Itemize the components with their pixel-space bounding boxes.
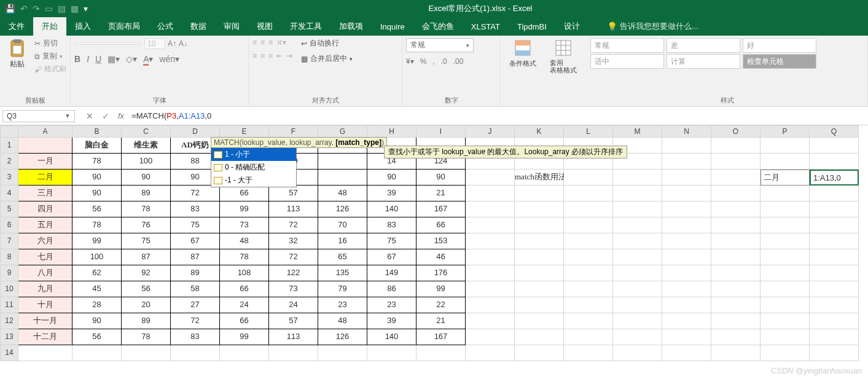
col-P[interactable]: P xyxy=(760,125,810,138)
cell[interactable]: 72 xyxy=(269,249,318,265)
cell[interactable] xyxy=(466,265,515,281)
tab-formula[interactable]: 公式 xyxy=(149,17,182,36)
option-neg1[interactable]: -1 - 大于 xyxy=(211,174,296,187)
cell[interactable]: 67 xyxy=(171,233,220,249)
cell[interactable] xyxy=(810,345,859,361)
align-top-icon[interactable]: ≡ xyxy=(252,38,257,47)
row-header[interactable]: 7 xyxy=(0,233,18,249)
row-header[interactable]: 5 xyxy=(0,201,18,217)
cell[interactable] xyxy=(367,345,416,361)
cell[interactable] xyxy=(810,281,859,297)
tab-xlstat[interactable]: XLSTAT xyxy=(463,17,509,36)
cell[interactable]: 二月 xyxy=(760,170,810,186)
cell[interactable] xyxy=(711,170,760,186)
cell[interactable] xyxy=(662,297,711,313)
cell[interactable] xyxy=(810,265,859,281)
cell[interactable] xyxy=(810,313,859,329)
cell[interactable] xyxy=(122,345,171,361)
cell[interactable]: 86 xyxy=(367,281,416,297)
cell[interactable] xyxy=(662,281,711,297)
fill-color-icon[interactable]: ◇▾ xyxy=(126,54,137,64)
cell[interactable] xyxy=(810,186,859,201)
cell[interactable] xyxy=(662,329,711,345)
cell[interactable] xyxy=(613,281,662,297)
cell[interactable]: 57 xyxy=(269,186,318,201)
cell[interactable]: 66 xyxy=(220,313,269,329)
cell[interactable] xyxy=(515,249,564,265)
cell[interactable] xyxy=(810,249,859,265)
name-box[interactable]: Q3▼ xyxy=(2,110,75,122)
tab-dev[interactable]: 开发工具 xyxy=(281,17,330,36)
cell[interactable] xyxy=(662,186,711,201)
style-calc[interactable]: 计算 xyxy=(667,54,740,69)
row-header[interactable]: 3 xyxy=(0,170,18,186)
cell[interactable] xyxy=(564,186,613,201)
cell[interactable] xyxy=(220,345,269,361)
cell[interactable] xyxy=(810,297,859,313)
cell[interactable] xyxy=(662,154,711,170)
cell[interactable] xyxy=(711,265,760,281)
cell[interactable] xyxy=(564,281,613,297)
cell[interactable] xyxy=(18,138,72,154)
cell[interactable]: 100 xyxy=(72,249,122,265)
cell[interactable]: 90 xyxy=(416,170,466,186)
cell[interactable] xyxy=(760,138,810,154)
cell[interactable]: 48 xyxy=(318,313,367,329)
row-header[interactable]: 6 xyxy=(0,217,18,233)
copy-button[interactable]: ⧉复制▾ xyxy=(34,51,66,61)
cell[interactable]: 脑白金 xyxy=(72,138,122,154)
col-M[interactable]: M xyxy=(613,125,662,138)
cell[interactable] xyxy=(662,265,711,281)
cell[interactable] xyxy=(564,201,613,217)
cell[interactable]: 28 xyxy=(72,297,122,313)
cell[interactable]: 66 xyxy=(220,281,269,297)
cell[interactable]: 73 xyxy=(269,281,318,297)
tab-design[interactable]: 设计 xyxy=(555,17,588,36)
cell[interactable] xyxy=(662,249,711,265)
cell[interactable]: 90 xyxy=(122,170,171,186)
cell[interactable] xyxy=(466,186,515,201)
cell[interactable] xyxy=(711,154,760,170)
row-header[interactable]: 10 xyxy=(0,281,18,297)
cell[interactable] xyxy=(564,297,613,313)
col-K[interactable]: K xyxy=(515,125,564,138)
cell[interactable]: 十月 xyxy=(18,297,72,313)
cell[interactable] xyxy=(711,186,760,201)
cell[interactable]: 89 xyxy=(122,186,171,201)
cell[interactable]: 66 xyxy=(416,217,466,233)
row-header[interactable]: 11 xyxy=(0,297,18,313)
cell[interactable]: 135 xyxy=(318,265,367,281)
decrease-font-icon[interactable]: A↓ xyxy=(179,39,187,48)
tab-home[interactable]: 开始 xyxy=(33,17,66,36)
cell[interactable] xyxy=(662,138,711,154)
cell[interactable]: 24 xyxy=(220,297,269,313)
cell[interactable]: 167 xyxy=(416,201,466,217)
cell[interactable]: 167 xyxy=(416,329,466,345)
cell[interactable] xyxy=(515,217,564,233)
tab-layout[interactable]: 页面布局 xyxy=(100,17,149,36)
comma-icon[interactable]: , xyxy=(432,57,434,66)
cell[interactable]: 32 xyxy=(269,233,318,249)
align-mid-icon[interactable]: ≡ xyxy=(260,38,265,47)
cell[interactable] xyxy=(760,265,810,281)
cell[interactable] xyxy=(515,265,564,281)
cell[interactable]: 56 xyxy=(72,329,122,345)
number-format[interactable]: 常规▾ xyxy=(406,38,474,52)
col-A[interactable]: A xyxy=(18,125,72,138)
cell[interactable] xyxy=(760,154,810,170)
cell[interactable] xyxy=(760,329,810,345)
cell[interactable] xyxy=(466,249,515,265)
cell[interactable]: 21 xyxy=(416,313,466,329)
cell[interactable]: 二月 xyxy=(18,170,72,186)
cell[interactable] xyxy=(662,313,711,329)
cell[interactable]: 78 xyxy=(122,329,171,345)
undo-icon[interactable]: ↶ xyxy=(20,4,28,14)
formula-input[interactable]: =MATCH(P3,A1:A13,0 xyxy=(129,110,868,122)
cell[interactable]: 72 xyxy=(171,186,220,201)
cell[interactable]: 维生素 xyxy=(122,138,171,154)
cell[interactable]: 99 xyxy=(220,201,269,217)
align-left-icon[interactable]: ≡ xyxy=(252,52,257,60)
cell[interactable] xyxy=(711,297,760,313)
cell[interactable] xyxy=(564,170,613,186)
font-name[interactable] xyxy=(74,42,142,45)
